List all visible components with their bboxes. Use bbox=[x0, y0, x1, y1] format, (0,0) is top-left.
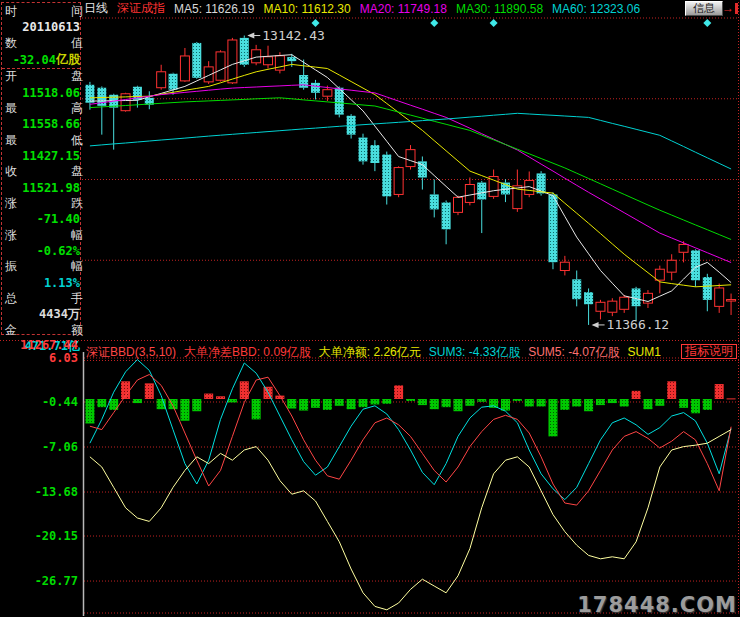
quote-sidebar: 时间20110613数值-32.04亿股 开盘11518.06最高11558.6… bbox=[1, 2, 81, 335]
charts-canvas[interactable]: 13142.4311366.12 bbox=[0, 0, 740, 617]
sidebar-field-value: 11518.06 bbox=[2, 85, 82, 101]
bbd-axis-tick-label: -20.15 bbox=[0, 529, 78, 543]
sidebar-field-label: 总手 bbox=[2, 291, 86, 307]
bbd-indicator-header: 深证BBD(3,5,10) 大单净差BBD: 0.09亿股大单净额: 2.26亿… bbox=[86, 345, 672, 359]
stock-app-window: 13142.4311366.12 日线 深证成指 MA5: 11626.19MA… bbox=[0, 0, 740, 617]
main-axis-min-label: 11267.44 bbox=[0, 338, 78, 352]
sidebar-field-label: 涨跌 bbox=[2, 196, 86, 212]
symbol-name[interactable]: 深证成指 bbox=[117, 0, 165, 17]
sidebar-field-value: -0.62% bbox=[2, 243, 82, 259]
sidebar-field-value: 1.13% bbox=[2, 275, 82, 291]
sidebar-field-label: 金额 bbox=[2, 322, 86, 338]
bbd-axis-tick-label: -26.77 bbox=[0, 574, 78, 588]
sidebar-field-label: 开盘 bbox=[2, 69, 86, 85]
sidebar-quote-section: 开盘11518.06最高11558.66最低11427.15收盘11521.98… bbox=[2, 69, 80, 354]
bbd-indicator-chart[interactable] bbox=[85, 360, 735, 610]
sidebar-field-value: 20110613 bbox=[2, 19, 82, 35]
sidebar-field-label: 时间 bbox=[2, 3, 86, 19]
sidebar-time-section: 时间20110613数值-32.04亿股 bbox=[2, 3, 80, 69]
bbd-indicator-title[interactable]: 深证BBD(3,5,10) bbox=[86, 345, 176, 359]
ma-legend-item-ma60: MA60: 12323.06 bbox=[552, 2, 640, 16]
sidebar-field-value: -71.40 bbox=[2, 211, 82, 227]
bbd-header-item: 大单净差BBD: 0.09亿股 bbox=[184, 345, 311, 359]
bbd-axis-tick-label: -0.44 bbox=[0, 395, 78, 409]
sidebar-field-label: 振幅 bbox=[2, 259, 86, 275]
close-panel-icon[interactable]: → bbox=[722, 2, 738, 15]
sidebar-field-value: 11427.15 bbox=[2, 148, 82, 164]
bbd-axis-tick-label: -13.68 bbox=[0, 485, 78, 499]
svg-text:11366.12: 11366.12 bbox=[607, 317, 670, 332]
svg-text:13142.43: 13142.43 bbox=[262, 28, 325, 43]
arrow-bar-icon bbox=[735, 3, 738, 14]
sidebar-field-value: -32.04亿股 bbox=[2, 52, 82, 68]
bbd-header-item: SUM5: -4.07亿股 bbox=[528, 345, 619, 359]
top-toolbar: 日线 深证成指 MA5: 11626.19MA10: 11612.30MA20:… bbox=[84, 1, 640, 16]
sidebar-field-value: 4434万 bbox=[2, 306, 82, 322]
sidebar-field-label: 收盘 bbox=[2, 164, 86, 180]
ma-legend-item-ma20: MA20: 11749.18 bbox=[360, 2, 447, 16]
ma-legend-item-ma5: MA5: 11626.19 bbox=[174, 2, 255, 16]
ma-legend-item-ma30: MA30: 11890.58 bbox=[456, 2, 543, 16]
sidebar-field-label: 涨幅 bbox=[2, 227, 86, 243]
bbd-header-item: SUM1 bbox=[627, 345, 660, 359]
period-tab-daily[interactable]: 日线 bbox=[84, 0, 108, 17]
sidebar-field-value: 11521.98 bbox=[2, 180, 82, 196]
bbd-axis-tick-label: -7.06 bbox=[0, 440, 78, 454]
sidebar-field-value: 11558.66 bbox=[2, 116, 82, 132]
indicator-help-button[interactable]: 指标说明 bbox=[681, 344, 737, 359]
bbd-header-item: 大单净额: 2.26亿元 bbox=[319, 345, 421, 359]
sidebar-field-label: 最低 bbox=[2, 132, 86, 148]
info-button[interactable]: 信息 bbox=[685, 1, 723, 16]
bbd-axis-tick-label: 6.03 bbox=[0, 351, 78, 365]
sidebar-field-label: 数值 bbox=[2, 36, 86, 52]
watermark: 178448.COM bbox=[577, 593, 737, 617]
ma-legend-item-ma10: MA10: 11612.30 bbox=[264, 2, 351, 16]
arrow-right-icon: → bbox=[722, 2, 734, 15]
sidebar-field-label: 最高 bbox=[2, 101, 86, 117]
bbd-header-item: SUM3: -4.33亿股 bbox=[429, 345, 520, 359]
main-candlestick-chart[interactable]: 13142.4311366.12 bbox=[85, 19, 735, 332]
